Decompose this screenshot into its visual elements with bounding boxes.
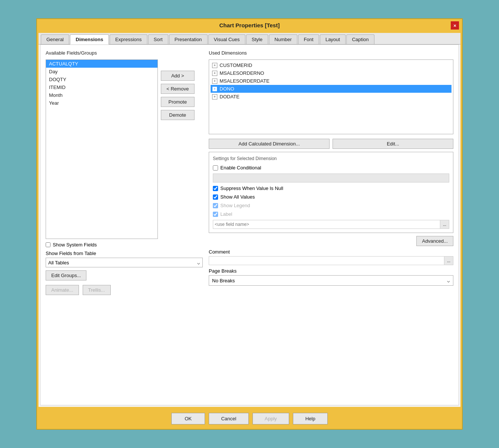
show-all-values-checkbox[interactable] [213, 194, 218, 200]
apply-button[interactable]: Apply [252, 413, 290, 424]
tab-expressions[interactable]: Expressions [110, 34, 147, 44]
right-panel: Used Dimensions + CUSTOMERID + MSALESORD… [209, 50, 453, 400]
show-legend-checkbox[interactable] [213, 203, 218, 208]
conditional-text-input[interactable] [213, 174, 449, 182]
enable-conditional-row: Enable Conditional [213, 165, 449, 171]
suppress-null-checkbox[interactable] [213, 186, 218, 191]
add-calculated-dimension-button[interactable]: Add Calculated Dimension... [209, 139, 330, 149]
help-button[interactable]: Help [293, 413, 328, 424]
tab-presentation[interactable]: Presentation [169, 34, 208, 44]
label-ellipsis-button[interactable]: ... [440, 220, 449, 229]
tab-general[interactable]: General [41, 34, 69, 44]
field-item-actualqty[interactable]: ACTUALQTY [46, 60, 157, 68]
dim-label-msalesorderno: MSALESORDERNO [220, 70, 264, 76]
tab-style[interactable]: Style [246, 34, 268, 44]
conditional-input [213, 174, 449, 182]
advanced-row: Advanced... [209, 236, 453, 246]
dim-item-dodate[interactable]: + DODATE [211, 93, 451, 101]
dim-label-customerid: CUSTOMERID [220, 62, 252, 68]
enable-conditional-checkbox[interactable] [213, 165, 218, 171]
used-dimensions-label: Used Dimensions [209, 50, 453, 56]
settings-title: Settings for Selected Dimension [213, 156, 449, 161]
dim-label-msalesorderdate: MSALESORDERDATE [220, 78, 269, 84]
show-legend-row: Show Legend [213, 203, 449, 208]
expand-icon-msalesorderno: + [212, 71, 217, 76]
remove-button[interactable]: < Remove [161, 84, 195, 94]
animate-button[interactable]: Animate... [46, 285, 79, 295]
advanced-button[interactable]: Advanced... [416, 236, 453, 246]
page-breaks-label: Page Breaks [209, 268, 453, 274]
fields-from-table-label: Show Fields from Table [46, 251, 203, 256]
page-breaks-select[interactable]: No Breaks ⌵ [209, 275, 453, 286]
label-label: Label [220, 211, 232, 217]
field-item-month[interactable]: Month [46, 91, 157, 99]
used-dimensions-list[interactable]: + CUSTOMERID + MSALESORDERNO + MSALESORD… [209, 59, 453, 134]
close-button[interactable]: × [451, 21, 459, 30]
page-breaks-value: No Breaks [212, 278, 235, 283]
tab-dimensions[interactable]: Dimensions [70, 34, 109, 45]
label-checkbox[interactable] [213, 212, 218, 217]
add-button[interactable]: Add > [161, 71, 195, 81]
dim-item-dono[interactable]: + DONO [211, 85, 451, 93]
chart-properties-dialog: Chart Properties [Test] × General Dimens… [36, 18, 463, 430]
comment-section: Comment ... [209, 249, 453, 265]
comment-input[interactable] [209, 256, 444, 265]
fields-list[interactable]: ACTUALQTY Day DOQTY ITEMID Month Year [46, 59, 158, 239]
field-item-year[interactable]: Year [46, 99, 157, 107]
edit-dimension-button[interactable]: Edit... [333, 139, 453, 149]
edit-groups-button[interactable]: Edit Groups... [46, 270, 86, 280]
ok-button[interactable]: OK [171, 413, 205, 424]
show-legend-label: Show Legend [220, 203, 250, 208]
field-item-doqty[interactable]: DOQTY [46, 76, 157, 83]
show-system-fields-row: Show System Fields [46, 242, 203, 248]
tab-caption[interactable]: Caption [346, 34, 374, 44]
label-input[interactable] [213, 220, 440, 229]
tab-visual-cues[interactable]: Visual Cues [208, 34, 245, 44]
page-breaks-section: Page Breaks No Breaks ⌵ [209, 268, 453, 286]
fields-from-table-section: Show Fields from Table All Tables ⌵ [46, 251, 203, 267]
available-fields-label: Available Fields/Groups [46, 50, 203, 56]
show-all-values-label: Show All Values [220, 194, 255, 200]
dim-item-msalesorderno[interactable]: + MSALESORDERNO [211, 69, 451, 77]
demote-button[interactable]: Demote [161, 110, 195, 120]
dim-item-customerid[interactable]: + CUSTOMERID [211, 61, 451, 69]
tab-sort[interactable]: Sort [148, 34, 168, 44]
comment-ellipsis-button[interactable]: ... [444, 256, 453, 265]
field-item-day[interactable]: Day [46, 68, 157, 76]
cancel-button[interactable]: Cancel [209, 413, 248, 424]
suppress-null-row: Suppress When Value Is Null [213, 185, 449, 191]
show-all-values-row: Show All Values [213, 194, 449, 200]
content-area: Available Fields/Groups ACTUALQTY Day DO… [40, 45, 459, 405]
field-item-itemid[interactable]: ITEMID [46, 83, 157, 91]
tab-layout[interactable]: Layout [320, 34, 346, 44]
dim-label-dono: DONO [220, 86, 234, 92]
page-breaks-chevron-icon: ⌵ [447, 278, 450, 283]
dimension-action-buttons: Add Calculated Dimension... Edit... [209, 139, 453, 149]
animate-trellis-row: Animate... Trellis... [46, 285, 203, 295]
tab-number[interactable]: Number [269, 34, 297, 44]
dim-item-msalesorderdate[interactable]: + MSALESORDERDATE [211, 77, 451, 85]
suppress-null-label: Suppress When Value Is Null [220, 185, 283, 191]
dim-label-dodate: DODATE [220, 94, 239, 99]
show-system-fields-label: Show System Fields [53, 242, 97, 248]
table-select-value: All Tables [48, 260, 69, 266]
tabs-bar: General Dimensions Expressions Sort Pres… [39, 33, 460, 45]
fields-and-buttons: ACTUALQTY Day DOQTY ITEMID Month Year Ad… [46, 59, 203, 239]
expand-icon-customerid: + [212, 63, 217, 68]
comment-label: Comment [209, 249, 453, 255]
mid-buttons: Add > < Remove Promote Demote [161, 59, 195, 239]
label-input-row: ... [213, 220, 449, 229]
expand-icon-dono: + [212, 86, 217, 92]
promote-button[interactable]: Promote [161, 97, 195, 107]
dialog-title: Chart Properties [Test] [219, 22, 279, 28]
dialog-body: General Dimensions Expressions Sort Pres… [39, 33, 460, 407]
enable-conditional-label: Enable Conditional [220, 165, 261, 171]
tab-font[interactable]: Font [298, 34, 319, 44]
table-select[interactable]: All Tables ⌵ [46, 258, 203, 267]
expand-icon-dodate: + [212, 94, 217, 99]
label-row: Label [213, 211, 449, 217]
comment-input-row: ... [209, 256, 453, 265]
title-bar: Chart Properties [Test] × [37, 19, 462, 31]
trellis-button[interactable]: Trellis... [83, 285, 111, 295]
show-system-fields-checkbox[interactable] [46, 242, 50, 247]
